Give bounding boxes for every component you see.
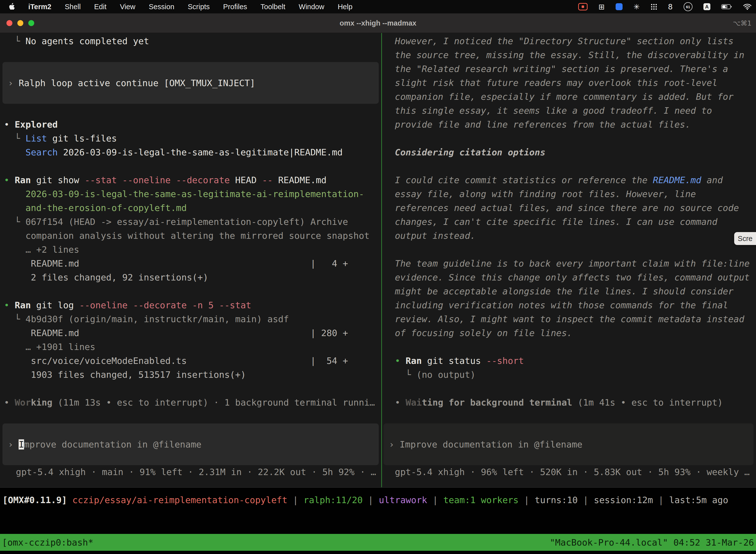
- zoom-button[interactable]: [28, 20, 34, 26]
- agent-log-top: └ No agents completed yet: [0, 34, 381, 62]
- input-prompt-icon: ›: [389, 439, 399, 449]
- window-title-bar: omx --xhigh --madmax ⌥⌘1: [0, 13, 756, 33]
- window-shortcut-badge: ⌥⌘1: [733, 19, 752, 27]
- terminal-line: The team guideline is to back every impo…: [395, 257, 756, 271]
- text-segment: Considering citation options: [395, 147, 546, 157]
- prompt-input-left[interactable]: › Improve documentation in @filename: [2, 424, 379, 465]
- text-segment: changes, I can't cite specific file line…: [395, 217, 717, 227]
- text-segment: Search: [25, 147, 58, 157]
- text-segment: Ran: [15, 175, 31, 185]
- text-segment: 2026-03-09-is-legal-the-same-as-legitima…: [4, 189, 364, 199]
- text-segment: Ran: [15, 300, 31, 310]
- menu-item-edit[interactable]: Edit: [94, 3, 107, 11]
- text-segment: •: [395, 397, 405, 407]
- text-segment: git ls-files: [47, 133, 117, 144]
- terminal-line: Search 2026-03-09-is-legal-the-same-as-l…: [4, 146, 381, 159]
- terminal-panes: └ No agents completed yet › Ralph loop a…: [0, 33, 756, 487]
- menu-status-icons: ⊞ ✳ 8 61 A: [578, 2, 752, 11]
- terminal-line: companion analysis without altering the …: [4, 229, 381, 243]
- menu-item-scripts[interactable]: Scripts: [188, 3, 210, 11]
- menu-item-shell[interactable]: Shell: [65, 3, 81, 11]
- apple-menu-icon[interactable]: [8, 3, 15, 10]
- text-segment: |: [653, 495, 669, 505]
- raycast-icon[interactable]: [616, 3, 623, 10]
- text-cursor: I: [19, 439, 24, 449]
- text-segment: README.md | 280 +: [4, 328, 348, 338]
- terminal-line: I could cite commit statistics or refere…: [395, 173, 756, 187]
- text-segment: git show: [31, 175, 84, 185]
- text-segment: the "Related research writing" section i…: [395, 64, 728, 74]
- assistant-icon[interactable]: ✳: [633, 2, 640, 11]
- terminal-line: • Explored: [4, 118, 381, 131]
- menu-item-help[interactable]: Help: [337, 3, 353, 11]
- text-segment: provide file and line references from th…: [395, 119, 691, 129]
- terminal-line: companion file, especially if more comme…: [395, 90, 756, 104]
- wifi-icon[interactable]: [743, 3, 752, 10]
- ralph-loop-banner: › Ralph loop active continue [OMX_TMUX_I…: [2, 62, 379, 104]
- minimize-button[interactable]: [17, 20, 23, 26]
- menu-item-session[interactable]: Session: [149, 3, 174, 11]
- text-segment: turns:10: [535, 495, 578, 505]
- menu-item-view[interactable]: View: [120, 3, 135, 11]
- text-segment: |: [519, 495, 535, 505]
- text-segment: •: [395, 356, 405, 366]
- text-segment: --stat --oneline --decorate: [84, 175, 230, 185]
- text-segment: slight risk that future readers may over…: [395, 78, 717, 88]
- text-segment: companion file, especially if more comme…: [395, 92, 734, 102]
- text-segment: 067f154 (HEAD -> essay/ai-reimplementati…: [25, 217, 348, 227]
- screen-share-notification[interactable]: Scre: [734, 232, 756, 245]
- text-segment: Explored: [15, 119, 58, 129]
- text-segment: ralph:11/20: [304, 495, 363, 505]
- text-segment: cczip/essay/ai-reimplementation-copyleft: [72, 495, 288, 505]
- right-pane: However, I noticed the "Directory Struct…: [382, 33, 756, 487]
- text-segment: references need actual files, and since …: [395, 203, 739, 213]
- text-segment: this single essay, it seems like a good …: [395, 106, 712, 116]
- terminal-line: However, I noticed the "Directory Struct…: [395, 34, 756, 48]
- terminal-line: • Ran git show --stat --oneline --decora…: [4, 173, 381, 187]
- text-segment: git status: [422, 356, 486, 366]
- close-button[interactable]: [6, 20, 12, 26]
- battery-percent-icon[interactable]: 61: [684, 2, 693, 11]
- text-segment: companion analysis without altering the …: [4, 231, 370, 241]
- text-segment: README.md: [653, 175, 701, 185]
- text-segment: the source tree, missing the essay. Stil…: [395, 50, 744, 60]
- battery-icon[interactable]: [721, 4, 732, 10]
- text-segment: and-the-erosion-of-copyleft.md: [4, 203, 187, 213]
- input-source-icon[interactable]: A: [703, 3, 710, 10]
- text-segment: session:12m: [594, 495, 653, 505]
- terminal-line: README.md | 4 +: [4, 257, 381, 271]
- terminal-line: 2 files changed, 92 insertions(+): [4, 271, 381, 284]
- text-segment: [4, 147, 25, 157]
- terminal-line: … +1901 lines: [4, 340, 381, 354]
- menu-item-toolbelt[interactable]: Toolbelt: [260, 3, 285, 11]
- text-segment: •: [4, 175, 15, 185]
- terminal-line: evidence. Since this change only affects…: [395, 271, 756, 284]
- terminal-line: [OMX#0.11.9] cczip/essay/ai-reimplementa…: [2, 493, 756, 507]
- terminal-line: [4, 104, 381, 118]
- screen-recording-icon[interactable]: [578, 3, 587, 10]
- omx-status-bar: [OMX#0.11.9] cczip/essay/ai-reimplementa…: [0, 488, 756, 507]
- text-segment: king: [31, 397, 52, 407]
- terminal-line: review. Also, I might want to inspect th…: [395, 312, 756, 326]
- menu-item-window[interactable]: Window: [299, 3, 324, 11]
- terminal-line: 2026-03-09-is-legal-the-same-as-legitima…: [4, 187, 381, 201]
- banner-text: Ralph loop active continue [OMX_TMUX_INJ…: [19, 78, 255, 88]
- text-segment: README.md: [273, 175, 327, 185]
- prompt-input-right[interactable]: › Improve documentation in @filename: [383, 424, 754, 465]
- text-segment: List: [25, 133, 47, 144]
- text-segment: └: [4, 133, 25, 144]
- text-segment: └: [4, 314, 25, 324]
- terminal-line: output instead.: [395, 229, 756, 243]
- text-segment: ultrawork: [379, 495, 427, 505]
- terminal-line: [395, 340, 756, 354]
- menu-item-profiles[interactable]: Profiles: [223, 3, 247, 11]
- input-placeholder: mprove documentation in @filename: [24, 439, 201, 449]
- text-segment: last:5m ago: [669, 495, 728, 505]
- keyboard-app-icon[interactable]: 8: [668, 2, 673, 11]
- app-grid-icon[interactable]: [650, 3, 657, 10]
- tmux-host-time: "MacBook-Pro-44.local" 04:52 31-Mar-26: [550, 537, 754, 548]
- text-segment: 2026-03-09-is-legal-the-same-as-legitima…: [58, 147, 343, 157]
- text-segment: 1903 files changed, 513517 insertions(+): [4, 370, 246, 380]
- menu-item-iterm2[interactable]: iTerm2: [28, 3, 51, 11]
- window-manager-icon[interactable]: ⊞: [598, 2, 605, 11]
